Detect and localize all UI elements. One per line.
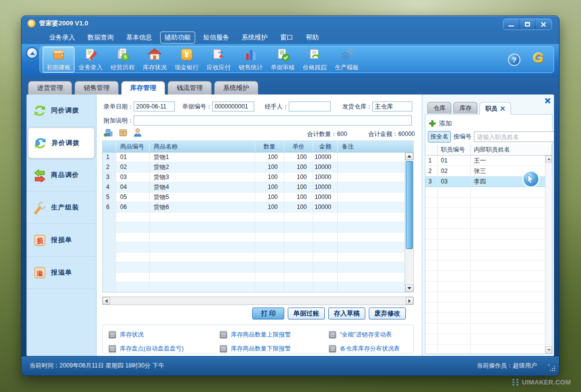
staff-row[interactable] [425,334,552,344]
table-row[interactable]: 4 04 货物4 100 100 10000 [103,182,405,192]
note-input[interactable] [134,116,412,126]
warehouse-input[interactable] [372,102,412,112]
link-warehouse-distribution-report[interactable]: 各仓库库存分布状况表 [329,343,413,354]
tab-sales-management[interactable]: 销售管理 [75,81,119,94]
close-button[interactable] [535,19,551,30]
tab-inventory-management[interactable]: 库存管理 [121,81,165,94]
sidebar-item-diff-price-transfer[interactable]: 异价调拨 [28,128,95,158]
header-code[interactable]: 商品编号 [116,141,150,152]
toolbar-item-initial-setup[interactable]: 初期建账 [43,46,75,72]
tab-warehouse[interactable]: 仓库 [427,102,451,114]
package-icon[interactable] [118,128,128,138]
collapse-toolbar-button[interactable] [26,47,38,59]
staff-row[interactable] [425,324,552,334]
toolbar-item-inventory-status[interactable]: 库存状况 [139,46,171,72]
save-draft-button[interactable]: 存入草稿 [328,308,365,320]
table-row[interactable]: 5 05 货物5 100 100 10000 [103,192,405,202]
building-icon[interactable] [104,128,114,138]
doc-number-input[interactable] [212,102,254,112]
minimize-button[interactable] [503,19,519,30]
date-input[interactable] [134,102,175,112]
link-allround-change-report[interactable]: “全能”进销存变动表 [329,329,413,340]
link-lower-limit-alarm[interactable]: 库存商品数量下限报警 [220,343,329,354]
toolbar-item-production-template[interactable]: 生产模板 [331,46,363,72]
toolbar-item-business-history[interactable]: 经营历程 [107,46,139,72]
handler-input[interactable] [289,102,331,112]
vertical-scrollbar[interactable] [405,152,413,292]
link-inventory-status[interactable]: 库存状况 [109,329,220,340]
tab-cashflow-management[interactable]: 钱流管理 [168,81,212,94]
table-row[interactable] [103,282,405,292]
table-row[interactable] [103,212,405,222]
scroll-left-button[interactable] [103,297,110,304]
maximize-button[interactable] [519,19,535,30]
staff-row[interactable] [425,271,552,282]
tab-inventory[interactable]: 库存 [453,102,477,114]
staff-scrollbar[interactable] [545,156,552,354]
help-button[interactable]: ? [508,54,520,66]
staff-search-input[interactable] [474,132,554,142]
link-upper-limit-alarm[interactable]: 库存商品数量上限报警 [220,329,329,340]
add-row[interactable]: 添加 [429,119,452,128]
staff-row[interactable] [425,218,552,229]
staff-row[interactable] [425,208,552,218]
staff-row[interactable] [425,229,552,240]
filter-by-fullname-button[interactable]: 按全名 [428,131,451,142]
discard-changes-button[interactable]: 废弃修改 [369,308,406,320]
filter-by-code-button[interactable]: 按编号 [453,132,471,141]
scroll-up-button[interactable] [405,152,413,160]
staff-row[interactable]: 1 01 王一 [425,156,552,166]
table-row[interactable]: 6 06 货物6 100 100 10000 [103,202,405,212]
menu-item-help[interactable]: 帮助 [301,32,323,44]
toolbar-item-sales-statistics[interactable]: 销售统计 [235,46,267,72]
toolbar-item-business-entry[interactable]: 业务录入 [75,46,107,72]
sidebar-item-same-price-transfer[interactable]: 同价调拨 [27,94,96,127]
scroll-up-button[interactable] [545,156,552,162]
menu-item-sms-service[interactable]: 短信服务 [199,32,234,44]
header-staff-name[interactable]: 内部职员姓名 [471,144,552,155]
staff-row[interactable] [425,292,552,302]
toolbar-item-cash-bank[interactable]: ¥ 现金银行 [171,46,203,72]
menu-item-business-entry[interactable]: 业务录入 [45,32,80,44]
table-row[interactable] [103,262,405,272]
post-document-button[interactable]: 单据过账 [288,308,325,320]
table-row[interactable] [103,252,405,262]
menu-item-basic-info[interactable]: 基本信息 [122,32,157,44]
print-button[interactable]: 打 印 [252,308,284,320]
menu-item-system-maintenance[interactable]: 系统维护 [237,32,272,44]
sidebar-item-overflow-report[interactable]: 溢 报溢单 [27,256,96,289]
menu-item-data-query[interactable]: 数据查询 [83,32,118,44]
staff-row[interactable] [425,187,552,198]
table-row[interactable] [103,272,405,282]
person-icon[interactable] [133,128,143,138]
menu-item-window[interactable]: 窗口 [276,32,298,44]
table-row[interactable] [103,222,405,232]
staff-row[interactable] [425,240,552,250]
scroll-down-button[interactable] [405,284,413,292]
sidebar-item-production-assembly[interactable]: 生产组装 [27,192,96,224]
header-price[interactable]: 单价 [284,141,313,152]
link-inventory-count[interactable]: 库存盘点(自动盘盈盘亏) [109,343,220,354]
scroll-down-button[interactable] [545,346,552,354]
toolbar-item-price-tracking[interactable]: 价格跟踪 [299,46,331,72]
table-row[interactable] [103,232,405,242]
toolbar-item-receivable-payable[interactable]: 应收应付 [203,46,235,72]
toolbar-item-document-review[interactable]: 单据审核 [267,46,299,72]
staff-row[interactable] [425,313,552,324]
scroll-right-button[interactable] [406,297,413,304]
staff-row[interactable] [425,260,552,271]
staff-row[interactable] [425,198,552,208]
header-amount[interactable]: 金额 [313,141,338,152]
menu-item-aux-functions[interactable]: 辅助功能 [160,32,195,44]
resize-grip[interactable] [548,364,555,372]
horizontal-scrollbar[interactable] [102,296,414,305]
header-qty[interactable]: 数量 [255,141,284,152]
header-name[interactable]: 商品名称 [150,141,255,152]
header-note[interactable]: 备注 [338,141,413,152]
tab-staff[interactable]: 职员 [479,102,511,114]
staff-row[interactable] [425,250,552,260]
panel-close-icon[interactable] [545,98,550,104]
staff-row[interactable] [425,302,552,313]
tab-close-icon[interactable] [500,106,505,111]
sidebar-item-price-adjustment[interactable]: 商品调价 [27,159,96,192]
